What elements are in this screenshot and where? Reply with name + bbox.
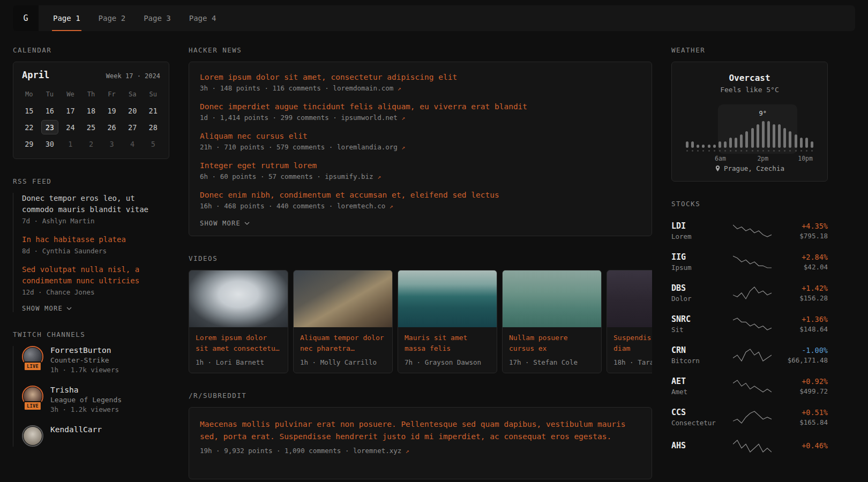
stocks-widget: STOCKS LDI Lorem +4.35% $795.18 — [671, 200, 828, 460]
subreddit-section-title: /R/SUBREDDIT — [189, 391, 652, 400]
news-title[interactable]: Donec enim nibh, condimentum et accumsan… — [200, 191, 641, 199]
twitch-channel-name[interactable]: Trisha — [50, 386, 122, 394]
video-meta: 17h · Stefan Cole — [509, 358, 595, 366]
video-title[interactable]: Nullam posuere cursus ex — [509, 333, 595, 354]
reddit-domain-link[interactable]: loremnet.xyz ↗ — [353, 447, 409, 455]
news-item: Lorem ipsum dolor sit amet, consectetur … — [200, 73, 641, 92]
stock-ticker: LDI — [671, 221, 723, 231]
stock-ticker: CCS — [671, 408, 723, 417]
calendar-week-meta: Week 17 · 2024 — [106, 72, 160, 80]
calendar-day: 20 — [122, 102, 143, 119]
twitch-channel-name[interactable]: KendallCarr — [50, 425, 102, 434]
tab-page-3[interactable]: Page 3 — [134, 5, 180, 31]
live-badge: LIVE — [24, 401, 42, 411]
stock-price: $165.84 — [782, 418, 828, 426]
stock-values: +4.35% $795.18 — [782, 222, 828, 240]
calendar-dow: Fr — [101, 86, 122, 102]
video-card[interactable]: Aliquam tempor dolor nec pharetra… 1h · … — [293, 270, 393, 373]
news-show-more-button[interactable]: SHOW MORE — [200, 220, 641, 227]
stock-name: Sit — [671, 326, 723, 334]
news-title[interactable]: Donec imperdiet augue tincidunt felis al… — [200, 102, 641, 111]
stock-row[interactable]: DBS Dolor +1.42% $156.28 — [671, 277, 828, 308]
rss-item-title[interactable]: In hac habitasse platea — [22, 234, 169, 245]
stock-row[interactable]: AHS +0.46% — [671, 433, 828, 460]
video-card[interactable]: Nullam posuere cursus ex 17h · Stefan Co… — [502, 270, 602, 373]
news-item: Aliquam nec cursus elit 21h · 710 points… — [200, 132, 641, 151]
twitch-channel[interactable]: LIVE Trisha League of Legends 3h · 1.2k … — [22, 386, 169, 413]
news-domain-link[interactable]: loremtech.co ↗ — [337, 202, 393, 210]
twitch-channel-meta: 3h · 1.2k viewers — [50, 405, 122, 413]
stock-ticker: AHS — [671, 441, 723, 450]
news-meta: 3h · 148 points · 116 comments · loremdo… — [200, 84, 641, 92]
video-card[interactable]: Mauris sit amet massa felis 7h · Grayson… — [398, 270, 497, 373]
stock-ticker: CRN — [671, 345, 723, 355]
twitch-channel[interactable]: LIVE ForrestBurton Counter-Strike 1h · 1… — [22, 346, 169, 374]
video-title[interactable]: Suspendisse aliquam diam — [613, 333, 652, 354]
news-domain-link[interactable]: loremlandia.org ↗ — [337, 143, 405, 151]
calendar-widget: CALENDAR April Week 17 · 2024 Mo Tu We T… — [13, 46, 169, 159]
tab-page-1[interactable]: Page 1 — [44, 5, 89, 31]
subreddit-widget: /R/SUBREDDIT Maecenas mollis pulvinar er… — [189, 391, 652, 479]
external-link-icon: ↗ — [390, 202, 393, 210]
news-domain-link[interactable]: ipsumworld.net ↗ — [341, 114, 405, 122]
calendar-day-next-month: 5 — [143, 135, 163, 152]
stock-row[interactable]: AET Amet +0.92% $499.72 — [671, 371, 828, 402]
calendar-day: 19 — [101, 102, 122, 119]
stock-values: +1.42% $156.28 — [782, 284, 828, 302]
calendar-day: 17 — [60, 102, 81, 119]
app-logo[interactable]: G — [13, 5, 39, 31]
rss-item-meta: 7d · Ashlyn Martin — [22, 217, 169, 225]
avatar — [22, 425, 43, 447]
twitch-channel-name[interactable]: ForrestBurton — [50, 346, 119, 355]
reddit-post-meta: 19h · 9,932 points · 1,090 comments · lo… — [200, 447, 641, 455]
rss-item: Donec tempor eros leo, ut commodo mauris… — [22, 193, 169, 225]
stock-change: +1.36% — [782, 315, 828, 323]
tab-page-2[interactable]: Page 2 — [89, 5, 135, 31]
news-title[interactable]: Integer eget rutrum lorem — [200, 161, 641, 170]
stock-row[interactable]: SNRC Sit +1.36% $148.64 — [671, 308, 828, 340]
calendar-day-next-month: 4 — [122, 135, 143, 152]
stock-price: $42.04 — [782, 263, 828, 271]
stock-values: +0.51% $165.84 — [782, 408, 828, 426]
rss-show-more-button[interactable]: SHOW MORE — [22, 305, 169, 312]
stock-row[interactable]: IIG Ipsum +2.84% $42.04 — [671, 246, 828, 277]
news-domain-link[interactable]: ipsumify.biz ↗ — [325, 172, 381, 180]
rss-list: Donec tempor eros leo, ut commodo mauris… — [13, 193, 169, 312]
tab-page-4[interactable]: Page 4 — [180, 5, 226, 31]
news-title[interactable]: Aliquam nec cursus elit — [200, 132, 641, 140]
calendar-day-next-month: 2 — [81, 135, 102, 152]
video-meta: 7h · Grayson Dawson — [405, 358, 490, 366]
reddit-post-title[interactable]: Maecenas mollis pulvinar erat non posuer… — [200, 418, 641, 443]
video-card[interactable]: Suspendisse aliquam diam 18h · Tara — [607, 270, 652, 373]
stock-info: LDI Lorem — [671, 221, 723, 240]
twitch-channel[interactable]: KendallCarr — [22, 425, 169, 447]
stock-row[interactable]: CRN Bitcorn -1.00% $66,171.48 — [671, 340, 828, 371]
rss-item-title[interactable]: Sed volutpat nulla nisl, a condimentum n… — [22, 264, 169, 287]
external-link-icon: ↗ — [401, 114, 405, 122]
video-card[interactable]: Lorem ipsum dolor sit amet consectetu… 1… — [189, 270, 288, 373]
video-title[interactable]: Aliquam tempor dolor nec pharetra… — [300, 333, 386, 354]
news-domain-link[interactable]: loremdomain.com ↗ — [333, 84, 401, 92]
stock-row[interactable]: LDI Lorem +4.35% $795.18 — [671, 215, 828, 246]
news-meta: 1d · 1,414 points · 299 comments · ipsum… — [200, 114, 641, 122]
stock-values: +0.46% — [782, 441, 828, 451]
stock-row[interactable]: CCS Consectetur +0.51% $165.84 — [671, 402, 828, 433]
hacker-news-section-title: HACKER NEWS — [189, 46, 652, 54]
rss-item-title[interactable]: Donec tempor eros leo, ut commodo mauris… — [22, 193, 169, 215]
stock-info: DBS Dolor — [671, 283, 723, 303]
video-title[interactable]: Mauris sit amet massa felis — [405, 333, 490, 354]
stock-sparkline — [723, 410, 782, 425]
news-meta-text: 21h · 710 points · 579 comments · — [200, 143, 333, 151]
video-thumbnail — [294, 270, 392, 327]
stock-info: CCS Consectetur — [671, 408, 723, 427]
video-title[interactable]: Lorem ipsum dolor sit amet consectetu… — [196, 333, 281, 354]
stock-values: +1.36% $148.64 — [782, 315, 828, 333]
rss-show-more-label: SHOW MORE — [22, 305, 63, 312]
twitch-widget: TWITCH CHANNELS LIVE ForrestBurton Count… — [13, 330, 169, 447]
news-domain: ipsumify.biz — [325, 172, 373, 180]
video-body: Aliquam tempor dolor nec pharetra… 1h · … — [294, 327, 392, 373]
news-title[interactable]: Lorem ipsum dolor sit amet, consectetur … — [200, 73, 641, 81]
rss-item-meta: 12d · Chance Jones — [22, 288, 169, 296]
stock-values: -1.00% $66,171.48 — [782, 346, 828, 364]
twitch-list: LIVE ForrestBurton Counter-Strike 1h · 1… — [13, 346, 169, 447]
